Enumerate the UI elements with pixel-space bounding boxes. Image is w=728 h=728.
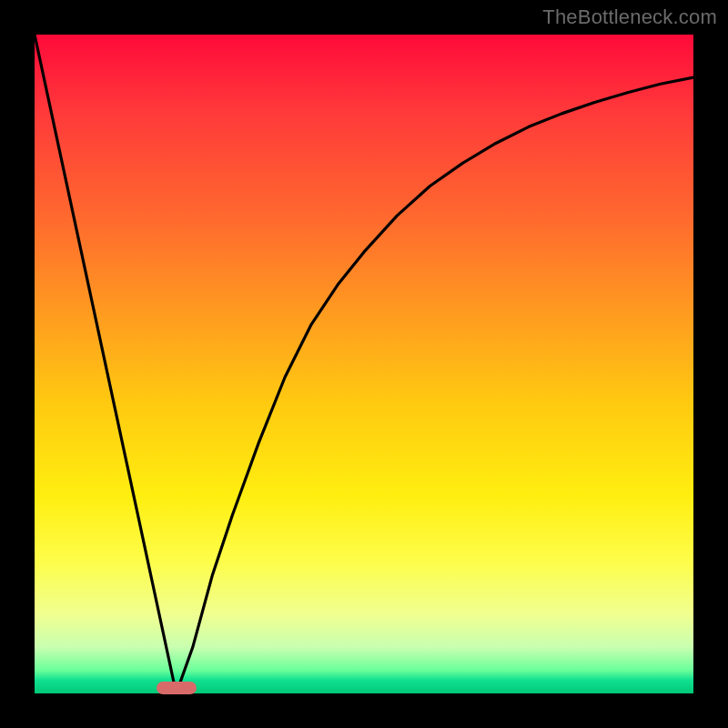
plot-area — [35, 35, 693, 693]
chart-frame: TheBottleneck.com — [0, 0, 728, 728]
curve-layer — [35, 35, 693, 693]
curve-left-descent — [35, 35, 177, 693]
bottleneck-marker — [157, 682, 197, 694]
watermark-text: TheBottleneck.com — [542, 5, 717, 29]
curve-right-ascent — [177, 77, 693, 693]
